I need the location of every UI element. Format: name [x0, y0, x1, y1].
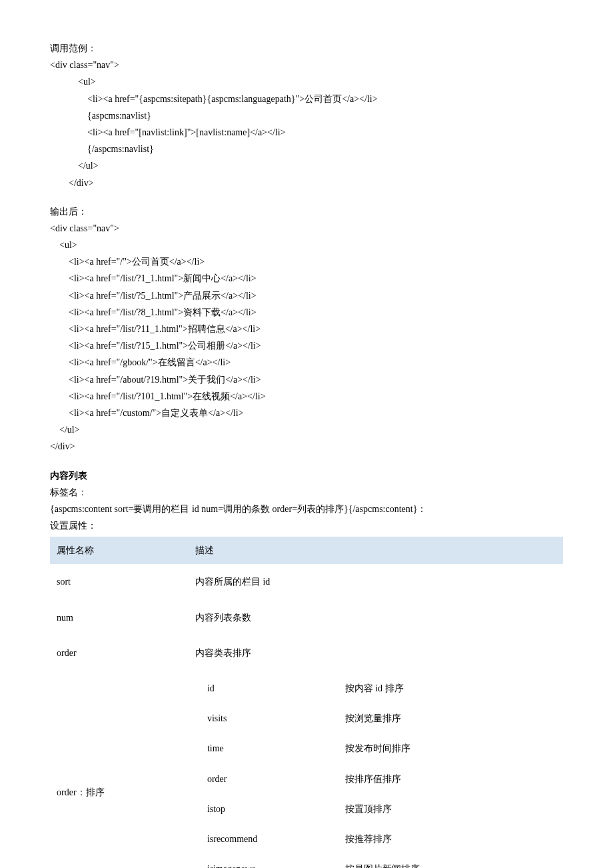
- option-key: isimagenews: [189, 854, 338, 868]
- sub-row: id 按内容 id 排序: [189, 673, 563, 703]
- settings-label: 设置属性：: [50, 517, 563, 534]
- tag-name-label: 标签名：: [50, 484, 563, 501]
- code-line: <li><a href="/list/?5_1.html">产品展示</a></…: [50, 287, 563, 304]
- tag-syntax: {aspcms:content sort=要调用的栏目 id num=调用的条数…: [50, 501, 563, 517]
- option-desc: 按排序值排序: [338, 764, 563, 794]
- code-line: <li><a href="/gbook/">在线留言</a></li>: [50, 354, 563, 371]
- attr-name: num: [50, 600, 189, 635]
- attr-desc: 内容所属的栏目 id: [189, 564, 563, 599]
- example-title: 调用范例：: [50, 40, 563, 57]
- header-description: 描述: [189, 537, 563, 564]
- sub-row: isrecommend 按推荐排序: [189, 824, 563, 854]
- attr-desc: 内容列表条数: [189, 600, 563, 635]
- code-line: <li><a href="/list/?101_1.html">在线视频</a>…: [50, 388, 563, 405]
- option-desc: 按发布时间排序: [338, 733, 563, 763]
- attr-name: order: [50, 635, 189, 671]
- code-line: <li><a href="/about/?19.html">关于我们</a></…: [50, 371, 563, 388]
- option-key: id: [189, 673, 338, 703]
- code-line: <ul>: [50, 73, 563, 90]
- order-sub-table: id 按内容 id 排序 visits 按浏览量排序 time 按发布时间排序: [189, 673, 563, 868]
- code-line: </div>: [50, 175, 563, 191]
- code-line: {aspcms:navlist}: [50, 107, 563, 124]
- code-line: <ul>: [50, 237, 563, 253]
- option-desc: 按推荐排序: [338, 824, 563, 854]
- code-line: <li><a href="/">公司首页</a></li>: [50, 253, 563, 270]
- sub-row: order 按排序值排序: [189, 764, 563, 794]
- option-key: order: [189, 764, 338, 794]
- code-line: <li><a href="/custom/">自定义表单</a></li>: [50, 405, 563, 421]
- output-section: 输出后： <div class="nav"> <ul> <li><a href=…: [50, 203, 563, 455]
- table-row: order 内容类表排序: [50, 635, 563, 671]
- sub-row: time 按发布时间排序: [189, 733, 563, 763]
- code-line: <div class="nav">: [50, 220, 563, 237]
- sub-row: isimagenews 按是图片新闻排序: [189, 854, 563, 868]
- sub-row: visits 按浏览量排序: [189, 703, 563, 733]
- code-line: </div>: [50, 438, 563, 455]
- attr-name: sort: [50, 564, 189, 599]
- header-attribute-name: 属性名称: [50, 537, 189, 564]
- code-line: <li><a href="{aspcms:sitepath}{aspcms:la…: [50, 91, 563, 107]
- option-key: istop: [189, 794, 338, 824]
- attr-desc: 内容类表排序: [189, 635, 563, 671]
- table-row: num 内容列表条数: [50, 600, 563, 635]
- code-line: </ul>: [50, 421, 563, 438]
- table-row: sort 内容所属的栏目 id: [50, 564, 563, 599]
- option-key: visits: [189, 703, 338, 733]
- content-list-title: 内容列表: [50, 467, 563, 484]
- code-line: <li><a href="[navlist:link]">[navlist:na…: [50, 124, 563, 141]
- order-label: order：排序: [50, 671, 189, 868]
- output-title: 输出后：: [50, 203, 563, 220]
- code-line: <li><a href="/list/?11_1.html">招聘信息</a><…: [50, 321, 563, 337]
- sub-row: istop 按置顶排序: [189, 794, 563, 824]
- content-list-section: 内容列表 标签名： {aspcms:content sort=要调用的栏目 id…: [50, 467, 563, 869]
- option-desc: 按置顶排序: [338, 794, 563, 824]
- table-header-row: 属性名称 描述: [50, 537, 563, 564]
- option-key: isrecommend: [189, 824, 338, 854]
- example-section: 调用范例： <div class="nav"> <ul> <li><a href…: [50, 40, 563, 191]
- code-line: <div class="nav">: [50, 57, 563, 73]
- option-desc: 按是图片新闻排序: [338, 854, 563, 868]
- option-key: time: [189, 733, 338, 763]
- code-line: {/aspcms:navlist}: [50, 141, 563, 157]
- code-line: <li><a href="/list/?1_1.html">新闻中心</a></…: [50, 270, 563, 287]
- table-row-order: order：排序 id 按内容 id 排序 visits 按浏览量排序 time: [50, 671, 563, 868]
- order-options-cell: id 按内容 id 排序 visits 按浏览量排序 time 按发布时间排序: [189, 671, 563, 868]
- code-line: <li><a href="/list/?8_1.html">资料下载</a></…: [50, 304, 563, 321]
- option-desc: 按内容 id 排序: [338, 673, 563, 703]
- code-line: <li><a href="/list/?15_1.html">公司相册</a><…: [50, 337, 563, 354]
- code-line: </ul>: [50, 157, 563, 174]
- option-desc: 按浏览量排序: [338, 703, 563, 733]
- attributes-table: 属性名称 描述 sort 内容所属的栏目 id num 内容列表条数 order…: [50, 537, 563, 868]
